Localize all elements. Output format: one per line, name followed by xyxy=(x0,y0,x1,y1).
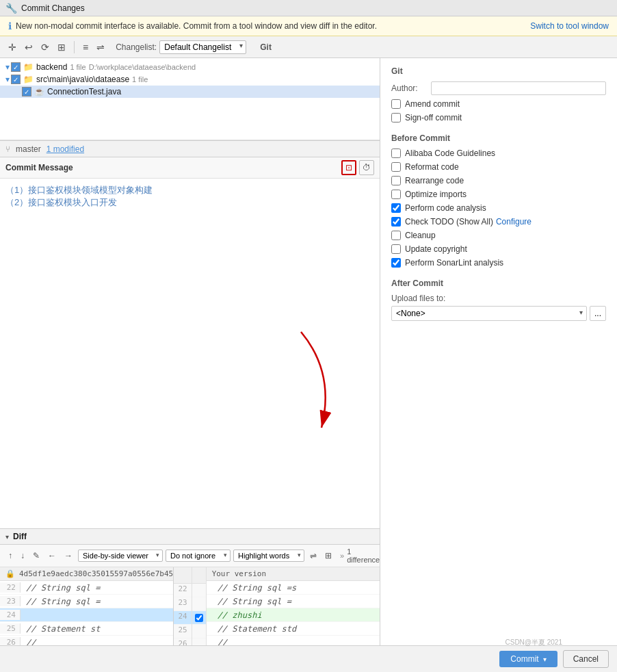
perform-code-checkbox[interactable] xyxy=(391,203,401,213)
backend-path: D:\workplace\dataease\backend xyxy=(89,63,196,71)
cleanup-label: Cleanup xyxy=(405,231,436,240)
viewer-select[interactable]: Side-by-side viewer xyxy=(78,550,163,562)
commit-icon-highlighted[interactable]: ⊡ xyxy=(341,160,356,175)
diff-line-24-checkbox[interactable] xyxy=(195,614,203,622)
bottom-actions: CSDN@半夏 2021 Commit ▾ Cancel xyxy=(0,645,617,672)
git-section-label: Git xyxy=(260,42,272,52)
alibaba-checkbox[interactable] xyxy=(391,148,401,158)
highlight-select-wrapper: Highlight words xyxy=(233,550,304,562)
sonarlint-row: Perform SonarLint analysis xyxy=(391,258,606,268)
diff-nav-down[interactable]: ↓ xyxy=(18,550,27,562)
signoff-label[interactable]: Sign-off commit xyxy=(405,113,462,122)
cleanup-checkbox[interactable] xyxy=(391,231,401,240)
alibaba-row: Alibaba Code Guidelines xyxy=(391,148,606,158)
upload-dots-btn[interactable]: ... xyxy=(590,306,606,321)
line-content-24-right: // zhushi xyxy=(207,610,267,621)
after-commit-title: After Commit xyxy=(391,279,606,288)
changelist-select[interactable]: Default Changelist xyxy=(159,40,246,54)
copyright-row: Update copyright xyxy=(391,244,606,254)
configure-link[interactable]: Configure xyxy=(496,217,531,227)
check-todo-checkbox[interactable] xyxy=(391,217,401,227)
toolbar-move-btn[interactable]: ✛ xyxy=(5,40,19,54)
line-content-23-left: // String sql = xyxy=(21,596,105,607)
diff-settings-btn[interactable]: ⇌ xyxy=(307,550,319,562)
signoff-row: Sign-off commit xyxy=(391,113,606,122)
optimize-checkbox[interactable] xyxy=(391,190,401,199)
perform-code-label: Perform code analysis xyxy=(405,203,486,213)
modified-badge[interactable]: 1 modified xyxy=(47,144,84,154)
git-section-title: Git xyxy=(391,66,606,76)
diff-line-right-23: // String sql = xyxy=(207,595,380,608)
branch-name: master xyxy=(16,144,41,154)
commit-message-label: Commit Message xyxy=(5,163,73,172)
check-todo-row: Check TODO (Show All) Configure xyxy=(391,217,606,227)
diff-left: 🔒 4d5df1e9aedc380c35015597a0556e7b456614… xyxy=(0,567,174,652)
notification-bar: ℹ New non-modal commit interface is avai… xyxy=(0,16,617,36)
upload-select-wrapper: <None> xyxy=(391,306,587,321)
sonarlint-checkbox[interactable] xyxy=(391,258,401,268)
switch-to-tool-link[interactable]: Switch to tool window xyxy=(530,21,609,31)
diff-left-header: 🔒 4d5df1e9aedc380c35015597a0556e7b456614… xyxy=(0,567,173,581)
diff-more-btn[interactable]: » xyxy=(340,552,344,560)
tree-item-src[interactable]: ▾ ✓ 📁 src\main\java\io\dataease 1 file xyxy=(0,73,380,86)
src-checkbox[interactable]: ✓ xyxy=(11,75,21,84)
commit-textarea[interactable]: （1）接口鉴权模块领域模型对象构建 （2）接口鉴权模块入口开发 xyxy=(0,179,380,528)
file-checkbox[interactable]: ✓ xyxy=(22,87,31,96)
perform-code-row: Perform code analysis xyxy=(391,203,606,213)
main-content: ▾ ✓ 📁 backend 1 file D:\workplace\dataea… xyxy=(0,58,617,652)
diff-fwd-btn[interactable]: → xyxy=(62,550,75,562)
backend-checkbox[interactable]: ✓ xyxy=(11,62,21,72)
line-num-24-left: 24 xyxy=(0,610,21,620)
right-panel: Git Author: Amend commit Sign-off commit… xyxy=(380,58,617,652)
upload-row: <None> ... xyxy=(391,306,606,321)
diff-expand-btn[interactable]: ⊞ xyxy=(322,550,334,562)
left-file-hash: 4d5df1e9aedc380c35015597a0556e7b456614c5 xyxy=(19,569,174,578)
diff-line-right-22: // String sql =s xyxy=(207,581,380,595)
line-content-25-left: // Statement st xyxy=(21,623,105,634)
line-content-25-right: // Statement std xyxy=(207,623,302,634)
lock-icon: 🔒 xyxy=(5,569,15,578)
copyright-label: Update copyright xyxy=(405,244,467,254)
left-panel: ▾ ✓ 📁 backend 1 file D:\workplace\dataea… xyxy=(0,58,380,652)
ignore-select[interactable]: Do not ignore xyxy=(166,550,231,562)
toolbar-filter-btn[interactable]: ⇌ xyxy=(94,40,107,54)
cleanup-row: Cleanup xyxy=(391,231,606,240)
after-commit-section: After Commit Upload files to: <None> ... xyxy=(391,279,606,321)
toolbar-undo-btn[interactable]: ↩ xyxy=(22,40,36,54)
diff-back-btn[interactable]: ← xyxy=(45,550,59,562)
author-input[interactable] xyxy=(431,81,606,95)
copyright-checkbox[interactable] xyxy=(391,244,401,254)
toolbar-group-btn[interactable]: ⊞ xyxy=(55,40,68,54)
toolbar-refresh-btn[interactable]: ⟳ xyxy=(38,40,52,54)
diff-toggle[interactable]: ▾ xyxy=(5,533,9,541)
line-num-22-left: 22 xyxy=(0,582,21,593)
tree-item-backend[interactable]: ▾ ✓ 📁 backend 1 file D:\workplace\dataea… xyxy=(0,61,380,73)
line-content-23-right: // String sql = xyxy=(207,596,297,607)
amend-commit-label[interactable]: Amend commit xyxy=(405,99,460,109)
cancel-button[interactable]: Cancel xyxy=(563,650,609,668)
reformat-row: Reformat code xyxy=(391,162,606,172)
line-content-24-left xyxy=(21,615,31,616)
commit-label: Commit xyxy=(510,654,538,664)
toolbar-sort-btn[interactable]: ≡ xyxy=(80,40,91,54)
file-tree: ▾ ✓ 📁 backend 1 file D:\workplace\dataea… xyxy=(0,58,380,140)
diff-nav-up[interactable]: ↑ xyxy=(5,550,15,562)
amend-commit-checkbox[interactable] xyxy=(391,99,401,109)
commit-button[interactable]: Commit ▾ xyxy=(499,651,557,667)
rearrange-checkbox[interactable] xyxy=(391,176,401,185)
changelist-select-wrapper: Default Changelist xyxy=(159,40,246,54)
title-bar-icon: 🔧 xyxy=(5,3,17,14)
line-num-23-left: 23 xyxy=(0,596,21,606)
signoff-checkbox[interactable] xyxy=(391,113,401,122)
diff-title: Diff xyxy=(13,532,27,541)
tree-item-connection-test[interactable]: ▾ ✓ ☕ ConnectionTest.java xyxy=(0,86,380,98)
reformat-checkbox[interactable] xyxy=(391,162,401,172)
diff-center-nums: 22 23 24 25 26 xyxy=(174,567,192,652)
diff-toolbar: ↑ ↓ ✎ ← → Side-by-side viewer Do not ign… xyxy=(0,545,380,567)
highlight-select[interactable]: Highlight words xyxy=(233,550,304,562)
diff-line-left-22: 22 // String sql = xyxy=(0,581,173,595)
upload-select[interactable]: <None> xyxy=(391,306,587,321)
commit-icon-history[interactable]: ⏱ xyxy=(359,160,374,175)
diff-edit-btn[interactable]: ✎ xyxy=(30,550,42,562)
branch-icon: ⑂ xyxy=(5,144,10,154)
